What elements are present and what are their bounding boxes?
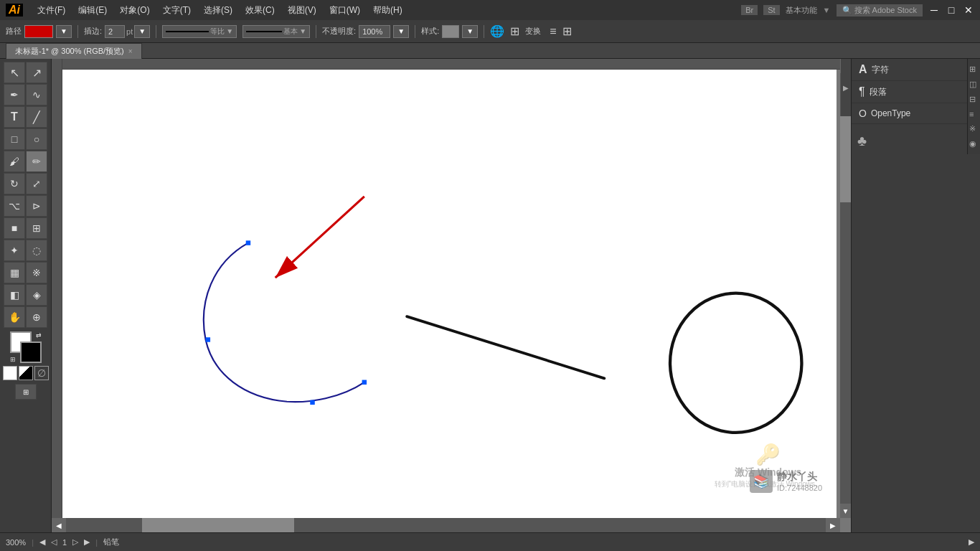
stroke-width-dropdown[interactable]: ▼ — [134, 25, 150, 38]
scroll-right-button[interactable]: ▶ — [826, 518, 840, 532]
paragraph-panel-tab[interactable]: ¶ 段落 — [852, 81, 980, 103]
status-right-arrow[interactable]: ▶ — [969, 537, 974, 547]
canvas[interactable] — [62, 70, 837, 532]
warp-tool[interactable]: ⌥ — [4, 195, 25, 217]
h-scroll-thumb[interactable] — [142, 518, 294, 532]
bridge-button[interactable]: Br — [741, 5, 758, 15]
width-tool[interactable]: ⊳ — [26, 195, 47, 217]
menu-file[interactable]: 文件(F) — [32, 3, 71, 18]
hand-tool[interactable]: ✋ — [4, 306, 25, 328]
select-tool[interactable]: ↖ — [4, 62, 25, 83]
stroke-basic-dropdown[interactable]: ▼ — [299, 27, 306, 35]
prev-page-button[interactable]: ◀ — [39, 537, 45, 547]
style-dropdown[interactable]: ▼ — [462, 25, 478, 38]
menu-help[interactable]: 帮助(H) — [367, 3, 408, 18]
stroke-line-preview — [166, 31, 209, 32]
stroke-color-swatch[interactable] — [24, 25, 53, 38]
anchor-point-4 — [206, 337, 210, 342]
globe-icon[interactable]: 🌐 — [490, 24, 504, 38]
stroke-width-input[interactable] — [105, 25, 125, 38]
prev-button[interactable]: ◁ — [51, 537, 57, 547]
column-graph-tool[interactable]: ▦ — [4, 262, 25, 283]
layers-icon[interactable]: ◫ — [969, 80, 979, 89]
background-color[interactable] — [20, 342, 42, 363]
next-page-button[interactable]: ▶ — [84, 537, 90, 547]
stroke-style-dropdown[interactable]: ▼ — [226, 27, 233, 35]
gradient-tool[interactable]: ■ — [4, 217, 25, 239]
horizontal-scrollbar[interactable]: ◀ ▶ — [52, 518, 840, 532]
swap-colors-icon[interactable]: ⇄ — [36, 331, 42, 339]
reset-colors-icon[interactable]: ⊞ — [10, 356, 16, 363]
panel-collapse-button[interactable]: ▶ — [841, 59, 851, 116]
paintbrush-tool[interactable]: 🖌 — [4, 151, 25, 172]
menu-window[interactable]: 窗口(W) — [324, 3, 366, 18]
transform-label[interactable]: 变换 — [525, 26, 541, 37]
curvature-tool[interactable]: ∿ — [26, 84, 47, 105]
opentype-panel-tab[interactable]: O OpenType — [852, 103, 980, 124]
stroke-style-label: 等比 — [210, 27, 225, 37]
pencil-tool active[interactable]: ✏ — [26, 151, 47, 172]
style-swatch[interactable] — [442, 25, 459, 38]
ellipse-tool[interactable]: ○ — [26, 128, 47, 150]
stroke-basic-selector[interactable]: 基本 ▼ — [242, 25, 310, 38]
menu-effect[interactable]: 效果(C) — [240, 3, 281, 18]
menu-edit[interactable]: 编辑(E) — [72, 3, 113, 18]
zoom-tool[interactable]: ⊕ — [26, 306, 47, 328]
eraser-tool[interactable]: ◈ — [26, 284, 47, 306]
screen-mode-btn[interactable]: ⊞ — [15, 384, 37, 400]
paragraph-label: 段落 — [870, 86, 887, 98]
workspace-dropdown-icon[interactable]: ▼ — [823, 6, 831, 14]
symbol-tool[interactable]: ※ — [26, 262, 47, 283]
workspace-selector[interactable]: 基本功能 — [786, 5, 817, 16]
stroke-style-selector[interactable]: 等比 ▼ — [162, 25, 237, 38]
character-panel-tab[interactable]: A 字符 — [852, 59, 980, 81]
opacity-input[interactable] — [359, 25, 390, 38]
line-tool[interactable]: ╱ — [26, 106, 47, 128]
status-sep1: | — [32, 538, 34, 547]
rect-tool[interactable]: □ — [4, 128, 25, 150]
opacity-dropdown[interactable]: ▼ — [393, 25, 409, 38]
brushes-icon[interactable]: ≡ — [969, 110, 979, 118]
maximize-button[interactable]: □ — [946, 4, 957, 16]
scroll-track — [840, 73, 851, 504]
type-tool[interactable]: T — [4, 106, 25, 128]
stroke-options-button[interactable]: ▼ — [56, 25, 72, 38]
symbols-icon[interactable]: ※ — [969, 124, 979, 133]
menu-type[interactable]: 文字(T) — [157, 3, 197, 18]
next-button[interactable]: ▷ — [72, 537, 78, 547]
stock-button[interactable]: St — [763, 5, 779, 15]
swatches-icon[interactable]: ⊟ — [969, 95, 979, 104]
slice-tool[interactable]: ◧ — [4, 284, 25, 306]
toolbar-separator5 — [484, 25, 484, 38]
transform-icon[interactable]: ⊞ — [510, 24, 519, 38]
gradient-btn[interactable] — [19, 366, 33, 380]
screen-mode-buttons: ⊞ — [1, 384, 50, 400]
minimize-button[interactable]: ─ — [928, 4, 940, 16]
grid-icon[interactable]: ⊞ — [969, 65, 979, 74]
align-icon[interactable]: ≡ — [550, 25, 556, 38]
pen-tool[interactable]: ✒ — [4, 84, 25, 105]
direct-select-tool[interactable]: ↗ — [26, 62, 47, 83]
scroll-thumb[interactable] — [840, 116, 851, 202]
vertical-scrollbar[interactable]: ▲ ▼ — [840, 59, 851, 518]
eyedropper-tool[interactable]: ✦ — [4, 240, 25, 261]
scale-tool[interactable]: ⤢ — [26, 173, 47, 194]
graphic-styles-icon[interactable]: ◉ — [969, 139, 979, 149]
scroll-down-button[interactable]: ▼ — [840, 504, 851, 518]
close-button[interactable]: ✕ — [963, 4, 974, 16]
document-tab[interactable]: 未标题-1* @ 300% (RGB/预览) × — [6, 43, 142, 59]
scroll-left-button[interactable]: ◀ — [52, 518, 66, 532]
blend-tool[interactable]: ◌ — [26, 240, 47, 261]
menu-object[interactable]: 对象(O) — [114, 3, 155, 18]
no-fill-btn[interactable]: ∅ — [34, 366, 49, 380]
tab-close-button[interactable]: × — [128, 47, 133, 55]
rotate-tool[interactable]: ↻ — [4, 173, 25, 194]
color-swatch-area[interactable]: ⊞ ⇄ — [10, 331, 42, 363]
menu-select[interactable]: 选择(S) — [198, 3, 238, 18]
canvas-wrapper[interactable]: ▲ ▼ ◀ ▶ 🔑 激活 Windows 转到"电脑设置"以激活 Windows… — [52, 59, 851, 532]
menu-view[interactable]: 视图(V) — [282, 3, 322, 18]
search-box[interactable]: 🔍 搜索 Adobe Stock — [837, 4, 923, 17]
fill-color-btn[interactable] — [3, 366, 17, 380]
distribute-icon[interactable]: ⊞ — [562, 24, 572, 38]
mesh-tool[interactable]: ⊞ — [26, 217, 47, 239]
